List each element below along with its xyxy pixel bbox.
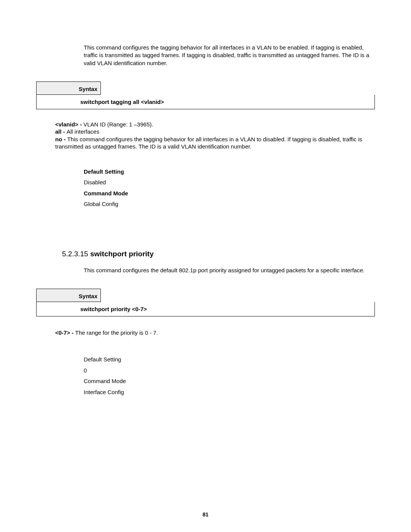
section-heading: 5.2.3.15 switchport priority: [62, 250, 375, 258]
syntax-label-2: Syntax: [36, 289, 101, 302]
section-title: switchport priority: [90, 250, 154, 258]
syntax-command-text-2: switchport priority <0-7>: [80, 306, 147, 312]
default-setting-label-1: Default Setting: [84, 166, 375, 177]
syntax-command-1: switchport tagging all <vlanid>: [36, 95, 375, 109]
param-no: no - This command configures the tagging…: [55, 136, 371, 150]
document-page: This command configures the tagging beha…: [0, 0, 411, 532]
param-all: all - All interfaces: [55, 128, 371, 136]
command-mode-value-1: Global Config: [84, 199, 375, 210]
param-vlanid-key: <vlanid> -: [55, 121, 83, 128]
param-vlanid: <vlanid> - VLAN ID (Range: 1 –3965).: [55, 121, 371, 128]
param-priority-key: <0-7> -: [55, 329, 75, 336]
param-priority-val: The range for the priority is 0 - 7.: [75, 329, 158, 336]
syntax-command-text-1: switchport tagging all <vlanid>: [80, 99, 164, 105]
default-setting-value-1: Disabled: [84, 177, 375, 188]
param-no-key: no -: [55, 136, 67, 142]
syntax-command-2: switchport priority <0-7>: [36, 302, 375, 316]
default-setting-label-2: Default Setting: [84, 354, 375, 365]
param-no-val: This command configures the tagging beha…: [55, 136, 362, 150]
syntax-box-2: Syntax switchport priority <0-7>: [36, 289, 375, 316]
param-priority-range: <0-7> - The range for the priority is 0 …: [55, 329, 375, 336]
command-mode-label-2: Command Mode: [84, 376, 375, 387]
intro-paragraph-2: This command configures the default 802.…: [84, 267, 375, 274]
page-number: 81: [0, 511, 411, 518]
command-mode-value-2: Interface Config: [84, 387, 375, 398]
parameter-list-2: <0-7> - The range for the priority is 0 …: [55, 329, 375, 336]
section-number: 5.2.3.15: [62, 250, 90, 258]
command-mode-label-1: Command Mode: [84, 188, 375, 199]
intro-paragraph-1: This command configures the tagging beha…: [84, 44, 375, 67]
settings-block-1: Default Setting Disabled Command Mode Gl…: [84, 166, 375, 210]
parameter-list-1: <vlanid> - VLAN ID (Range: 1 –3965). all…: [55, 121, 371, 150]
param-all-val: All interfaces: [67, 128, 99, 135]
syntax-label-1: Syntax: [36, 81, 101, 95]
param-vlanid-val: VLAN ID (Range: 1 –3965).: [83, 121, 153, 128]
syntax-box-1: Syntax switchport tagging all <vlanid>: [36, 81, 375, 109]
param-all-key: all -: [55, 128, 67, 135]
default-setting-value-2: 0: [84, 365, 375, 376]
settings-block-2: Default Setting 0 Command Mode Interface…: [84, 354, 375, 398]
